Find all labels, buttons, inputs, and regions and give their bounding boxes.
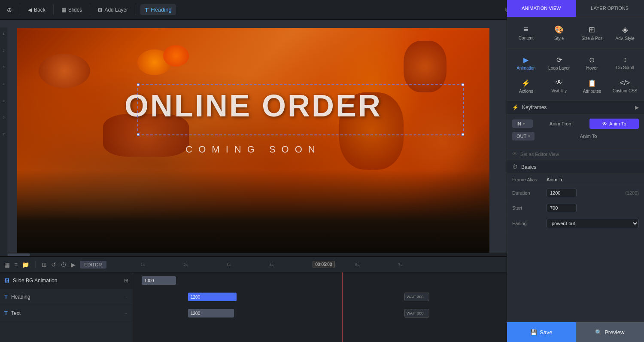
text-block-value: 1200 bbox=[191, 311, 200, 316]
anim-icon-custom-css[interactable]: </> Custom CSS bbox=[609, 76, 641, 97]
panel-icon-grid: ≡ Content 🎨 Style ⊞ Size & Pos ◈ Adv. St… bbox=[507, 17, 644, 49]
keyframes-bolt-icon: ⚡ bbox=[512, 104, 519, 110]
save-button[interactable]: 💾 Save bbox=[507, 322, 576, 342]
basics-header: ⏱ Basics bbox=[507, 160, 644, 174]
text-layer-name: Text bbox=[11, 310, 120, 316]
wp-icon: ⊕ bbox=[7, 6, 12, 13]
vertical-ruler: 1 2 3 4 5 6 7 bbox=[0, 27, 8, 256]
preview-button[interactable]: 🔍 Preview bbox=[576, 322, 644, 342]
duration-input[interactable] bbox=[547, 189, 577, 197]
anim-to-out-btn[interactable]: Anim To bbox=[538, 131, 639, 141]
wp-logo[interactable]: ⊕ bbox=[3, 5, 15, 15]
canvas[interactable]: ONLINE ORDER COMING SOON bbox=[0, 27, 507, 256]
keyframes-header[interactable]: ⚡ Keyframes ▶ bbox=[507, 101, 644, 114]
adv-style-icon: ◈ bbox=[622, 25, 628, 34]
ruler-v-mark-6: 6 bbox=[3, 116, 4, 119]
anim-icon-visibility[interactable]: 👁 Visibility bbox=[544, 76, 575, 97]
tab-animation-view[interactable]: ANIMATION VIEW bbox=[507, 0, 576, 17]
horizontal-scrollbar[interactable] bbox=[0, 253, 507, 256]
attributes-icon: 📋 bbox=[588, 79, 596, 87]
panel-icon-content[interactable]: ≡ Content bbox=[510, 21, 542, 44]
panel-icon-style[interactable]: 🎨 Style bbox=[544, 21, 575, 44]
layer-labels: 🖼 Slide BG Animation ⊞ T Heading → T Tex… bbox=[0, 272, 133, 342]
anim-to-btn[interactable]: 👁 Anim To bbox=[589, 119, 639, 129]
anim-icon-hover[interactable]: ⊙ Hover bbox=[577, 52, 608, 74]
playhead-time: 00:05:00 bbox=[316, 262, 332, 267]
anim-icon-attributes[interactable]: 📋 Attributes bbox=[577, 76, 608, 97]
layer-text-row[interactable]: T Text → bbox=[0, 305, 133, 321]
layer-heading-row[interactable]: T Heading → bbox=[0, 289, 133, 305]
keyframes-label: Keyframes bbox=[522, 104, 547, 110]
tl-list-icon[interactable]: ≡ bbox=[14, 261, 18, 268]
panel-icon-size-pos[interactable]: ⊞ Size & Pos bbox=[577, 21, 608, 44]
anim-from-label: Anim From bbox=[550, 121, 573, 126]
heading-badge: T Heading bbox=[140, 4, 176, 15]
easing-select[interactable]: power3.out power3.in power3.inOut linear… bbox=[547, 219, 639, 228]
size-pos-icon: ⊞ bbox=[589, 25, 595, 34]
keyframes-section: ⚡ Keyframes ▶ bbox=[507, 101, 644, 114]
heading-layer-name: Heading bbox=[11, 294, 120, 300]
out-label: OUT bbox=[516, 134, 526, 139]
tl-folder-icon[interactable]: 📁 bbox=[22, 261, 29, 268]
anim-from-btn[interactable]: Anim From bbox=[536, 119, 586, 128]
text-wait-block[interactable]: WAIT 300 bbox=[404, 309, 429, 318]
text-t-icon: T bbox=[4, 310, 8, 316]
save-icon: 💾 bbox=[530, 329, 537, 336]
sep2 bbox=[53, 5, 54, 15]
text-block[interactable]: 1200 bbox=[188, 309, 234, 318]
custom-css-icon: </> bbox=[620, 79, 630, 87]
frame-alias-label: Frame Alias bbox=[512, 177, 547, 182]
anim-icon-loop-layer[interactable]: ⟳ Loop Layer bbox=[544, 52, 575, 74]
content-icon: ≡ bbox=[524, 25, 529, 34]
actions-label: Actions bbox=[519, 89, 533, 94]
anim-to-label: Anim To bbox=[609, 121, 626, 126]
panel-bottom: 💾 Save 🔍 Preview bbox=[507, 322, 644, 342]
tl-clock-icon[interactable]: ⏱ bbox=[61, 261, 67, 268]
on-scroll-icon: ↕ bbox=[623, 56, 627, 64]
canvas-heading-text[interactable]: ONLINE ORDER bbox=[17, 88, 489, 123]
heading-title: Heading bbox=[151, 6, 171, 13]
easing-label: Easing bbox=[512, 221, 547, 226]
sep1 bbox=[20, 5, 20, 15]
layers-area: 🖼 Slide BG Animation ⊞ T Heading → T Tex… bbox=[0, 272, 507, 342]
start-input[interactable] bbox=[547, 204, 577, 212]
sep3 bbox=[90, 5, 90, 15]
text-layer-arrow[interactable]: → bbox=[124, 311, 128, 316]
timeline-toolbar: ▦ ≡ 📁 ⊞ ↺ ⏱ ▶ EDITOR 1s 2s 3s 4s 00:05:0… bbox=[0, 257, 507, 272]
canvas-subtext[interactable]: COMING SOON bbox=[17, 144, 489, 155]
heading-layer-arrow[interactable]: → bbox=[124, 294, 128, 299]
slides-button[interactable]: ▦ Slides bbox=[58, 5, 86, 15]
editor-badge: EDITOR bbox=[80, 261, 106, 269]
track-slide-bg: 1000 bbox=[133, 272, 507, 289]
anim-icon-on-scroll[interactable]: ↕ On Scroll bbox=[609, 52, 641, 74]
frame-alias-row: Frame Alias Anim To bbox=[507, 174, 644, 186]
heading-block[interactable]: 1200 bbox=[188, 293, 237, 301]
slide-bg-expand-icon[interactable]: ⊞ bbox=[124, 278, 128, 284]
heading-t-icon: T bbox=[4, 293, 8, 300]
in-badge[interactable]: IN ▾ bbox=[512, 119, 533, 128]
out-badge[interactable]: OUT ▾ bbox=[512, 132, 535, 140]
time-markers-row: 1s 2s 3s 4s 00:05:00 6s 7s bbox=[111, 257, 502, 272]
time-3s: 3s bbox=[227, 263, 231, 267]
back-button[interactable]: ◀ Back bbox=[24, 5, 49, 15]
start-label: Start bbox=[512, 205, 547, 211]
heading-wait-block[interactable]: WAIT 300 bbox=[404, 293, 429, 301]
duration-value-area bbox=[547, 189, 622, 197]
panel-icon-adv-style[interactable]: ◈ Adv. Style bbox=[609, 21, 641, 44]
tab-layer-options[interactable]: LAYER OPTIONS bbox=[576, 0, 644, 17]
editor-view-label[interactable]: Set as Editor View bbox=[520, 152, 559, 157]
keyframes-expand-icon[interactable]: ▶ bbox=[635, 104, 639, 110]
ruler-v-mark-3: 3 bbox=[3, 65, 4, 69]
time-1s: 1s bbox=[141, 263, 145, 267]
anim-icon-actions[interactable]: ⚡ Actions bbox=[510, 76, 542, 97]
tl-layers-icon[interactable]: ▦ bbox=[4, 261, 10, 268]
tl-grid-icon[interactable]: ⊞ bbox=[42, 261, 47, 268]
slide-bg-block[interactable]: 1000 bbox=[142, 276, 176, 285]
actions-icon: ⚡ bbox=[522, 79, 530, 87]
anim-icon-animation[interactable]: ▶ Animation bbox=[510, 52, 542, 74]
heading-wait-label: WAIT bbox=[407, 295, 416, 299]
tl-undo-icon[interactable]: ↺ bbox=[51, 261, 56, 268]
add-layer-button[interactable]: ⊞ Add Layer bbox=[94, 5, 131, 15]
sushi-shape-1 bbox=[39, 54, 90, 88]
tl-play-icon[interactable]: ▶ bbox=[71, 261, 76, 268]
